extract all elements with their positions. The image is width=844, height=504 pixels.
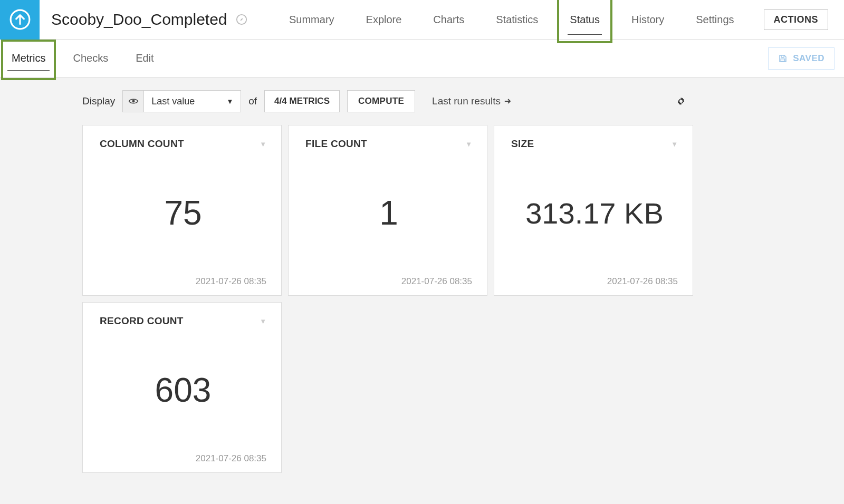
last-run-label: Last run results — [432, 95, 501, 107]
card-size: SIZE ▼ 313.17 KB 2021-07-26 08:35 — [494, 125, 693, 296]
metrics-count-button[interactable]: 4/4 METRICS — [264, 90, 340, 112]
display-mode-group: Last value ▼ — [122, 90, 241, 112]
caret-down-icon: ▼ — [226, 98, 233, 105]
tab-settings[interactable]: Settings — [694, 0, 736, 39]
card-value: 603 — [100, 327, 266, 453]
card-timestamp: 2021-07-26 08:35 — [511, 276, 678, 287]
save-icon — [778, 54, 788, 63]
page-title: Scooby_Doo_Completed — [51, 11, 227, 28]
display-mode-value: Last value — [151, 96, 195, 107]
display-mode-select[interactable]: Last value ▼ — [144, 91, 241, 112]
card-value: 313.17 KB — [511, 150, 678, 276]
subtab-edit[interactable]: Edit — [133, 40, 156, 77]
card-record-count: RECORD COUNT ▼ 603 2021-07-26 08:35 — [82, 302, 282, 473]
card-title: FILE COUNT — [305, 138, 367, 150]
caret-down-icon[interactable]: ▼ — [260, 140, 266, 148]
caret-down-icon[interactable]: ▼ — [465, 140, 472, 148]
card-timestamp: 2021-07-26 08:35 — [100, 453, 266, 464]
actions-button[interactable]: ACTIONS — [764, 9, 829, 30]
metrics-cards: COLUMN COUNT ▼ 75 2021-07-26 08:35 FILE … — [0, 125, 733, 473]
compute-button[interactable]: COMPUTE — [347, 90, 415, 112]
tab-explore[interactable]: Explore — [364, 0, 404, 39]
card-timestamp: 2021-07-26 08:35 — [100, 276, 266, 287]
gear-icon[interactable] — [676, 96, 686, 106]
upload-icon — [9, 8, 31, 31]
card-value: 75 — [100, 150, 266, 276]
tab-statistics[interactable]: Statistics — [494, 0, 540, 39]
sub-bar: Metrics Checks Edit SAVED — [0, 40, 844, 77]
card-title: COLUMN COUNT — [100, 138, 184, 150]
tab-summary[interactable]: Summary — [287, 0, 337, 39]
card-file-count: FILE COUNT ▼ 1 2021-07-26 08:35 — [288, 125, 487, 296]
card-title: SIZE — [511, 138, 534, 150]
last-run-results-link[interactable]: Last run results — [432, 95, 512, 107]
caret-down-icon[interactable]: ▼ — [260, 317, 266, 325]
top-tabs: Summary Explore Charts Statistics Status… — [287, 0, 844, 39]
subtab-checks[interactable]: Checks — [71, 40, 110, 77]
card-column-count: COLUMN COUNT ▼ 75 2021-07-26 08:35 — [82, 125, 282, 296]
caret-down-icon[interactable]: ▼ — [671, 140, 678, 148]
tab-history[interactable]: History — [629, 0, 666, 39]
sub-tabs: Metrics Checks Edit — [9, 40, 156, 77]
svg-point-2 — [132, 100, 135, 103]
tab-charts[interactable]: Charts — [431, 0, 466, 39]
saved-button: SAVED — [768, 47, 835, 70]
eye-icon[interactable] — [123, 91, 144, 112]
saved-label: SAVED — [793, 53, 824, 64]
card-title: RECORD COUNT — [100, 315, 184, 327]
top-bar: Scooby_Doo_Completed Summary Explore Cha… — [0, 0, 844, 40]
display-label: Display — [82, 95, 115, 107]
compass-icon[interactable] — [236, 14, 247, 25]
metrics-toolbar: Display Last value ▼ of 4/4 METRICS COMP… — [0, 77, 844, 125]
arrow-right-icon — [504, 97, 512, 105]
card-value: 1 — [305, 150, 472, 276]
dataset-type-icon[interactable] — [0, 0, 40, 40]
tab-status[interactable]: Status — [568, 0, 602, 39]
card-timestamp: 2021-07-26 08:35 — [305, 276, 472, 287]
of-label: of — [248, 95, 257, 107]
subtab-metrics[interactable]: Metrics — [9, 40, 47, 77]
